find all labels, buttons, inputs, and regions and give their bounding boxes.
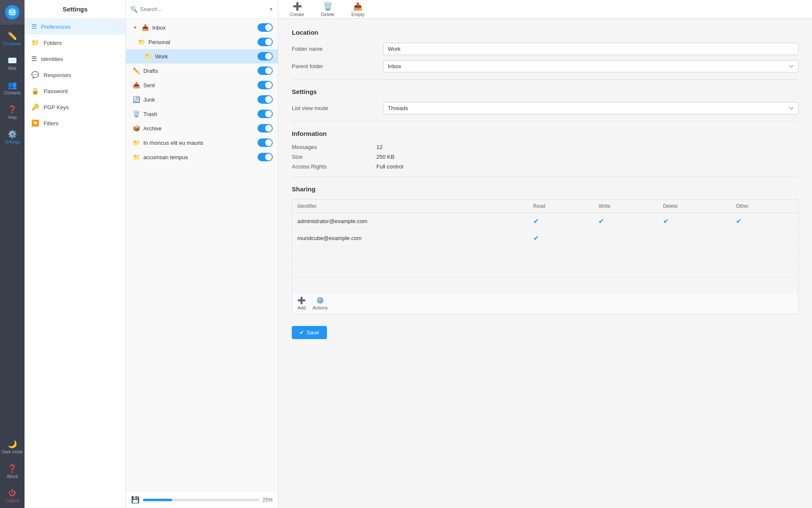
logout-icon: ⏻ [8, 489, 16, 497]
folder-name-drafts: Drafts [143, 68, 254, 74]
folder-footer: 💾 25% [126, 491, 278, 508]
save-button[interactable]: ✔ Save [292, 326, 327, 339]
junk-toggle[interactable] [258, 95, 273, 104]
check-admin-delete: ✔ [663, 218, 669, 225]
settings-menu-identities[interactable]: ☰ Identities [25, 51, 126, 67]
sharing-write-admin: ✔ [593, 213, 658, 230]
add-icon: ➕ [297, 296, 306, 304]
sharing-col-write: Write [593, 200, 658, 213]
nav-item-settings[interactable]: ⚙️ Settings [0, 124, 25, 149]
folder-item-work[interactable]: 📁 Work [126, 49, 278, 64]
parent-folder-select[interactable]: Inbox Personal Drafts Sent Junk Trash Ar… [383, 60, 798, 72]
size-value: 250 KB [376, 154, 395, 160]
accumsan-toggle[interactable] [258, 153, 273, 161]
sharing-row-admin[interactable]: administrator@example.com ✔ ✔ ✔ ✔ [292, 213, 798, 230]
list-view-mode-label: List view mode [292, 105, 376, 111]
delete-icon: 🗑️ [323, 2, 332, 11]
folder-name-input[interactable] [383, 43, 798, 55]
check-admin-write: ✔ [598, 218, 604, 225]
folder-name-work: Work [155, 53, 254, 60]
divider-1 [292, 79, 798, 80]
settings-menu-preferences[interactable]: ☰ Preferences [25, 19, 126, 35]
empty-button[interactable]: 📤 Empty [348, 0, 368, 19]
nav-label-mail: Mail [8, 66, 16, 71]
folder-name-archive: Archive [143, 125, 254, 132]
messages-info-row: Messages 12 [292, 144, 798, 150]
search-dropdown-icon[interactable]: ▼ [269, 6, 274, 12]
trash-toggle[interactable] [258, 110, 273, 118]
settings-menu-pgpkeys[interactable]: 🔑 PGP Keys [25, 99, 126, 115]
sharing-col-delete: Delete [658, 200, 731, 213]
settings-menu-password[interactable]: 🔒 Password [25, 83, 126, 99]
folder-item-drafts[interactable]: ✏️ Drafts [126, 64, 278, 78]
pgpkeys-icon: 🔑 [31, 103, 39, 111]
actions-button[interactable]: ⚙️ Actions [313, 296, 328, 310]
work-toggle[interactable] [258, 52, 273, 61]
search-input[interactable] [140, 6, 266, 12]
rhoncus-toggle[interactable] [258, 138, 273, 147]
personal-toggle[interactable] [258, 38, 273, 46]
create-button[interactable]: ➕ Create [287, 0, 307, 19]
personal-icon: 📁 [138, 39, 145, 45]
nav-item-contacts[interactable]: 👥 Contacts [0, 75, 25, 100]
folder-item-trash[interactable]: 🗑️ Trash [126, 107, 278, 121]
actions-label: Actions [313, 305, 328, 310]
folder-name-trash: Trash [143, 111, 254, 117]
inbox-expand-icon: ▼ [133, 25, 137, 30]
settings-menu-filters[interactable]: 🔽 Filters [25, 115, 126, 131]
settings-menu-responses[interactable]: 💬 Responses [25, 67, 126, 83]
toolbar: ➕ Create 🗑️ Delete 📤 Empty [278, 0, 812, 19]
sent-icon: 📤 [133, 82, 140, 88]
create-icon: ➕ [293, 2, 302, 11]
nav-item-logout[interactable]: ⏻ Logout [0, 483, 25, 508]
delete-label: Delete [321, 12, 335, 17]
folder-item-rhoncus[interactable]: 📁 In rhoncus elit eu mauris [126, 135, 278, 150]
settings-menu-folders[interactable]: 📁 Folders [25, 35, 126, 51]
folder-item-archive[interactable]: 📦 Archive [126, 121, 278, 135]
empty-label: Empty [351, 12, 365, 17]
add-sharing-button[interactable]: ➕ Add [297, 296, 306, 310]
access-rights-label: Access Rights [292, 163, 376, 170]
check-roundcube-read: ✔ [533, 235, 539, 242]
location-section-title: Location [292, 29, 798, 36]
nav-label-about: About [7, 474, 18, 479]
folder-item-junk[interactable]: 🔄 Junk [126, 92, 278, 107]
folder-name-personal: Personal [148, 39, 254, 45]
sharing-row-empty-2 [292, 262, 798, 277]
inbox-toggle[interactable] [258, 23, 273, 32]
darkmode-icon: 🌙 [8, 439, 17, 449]
list-view-mode-select[interactable]: Threads Messages [383, 102, 798, 114]
save-label: Save [307, 329, 319, 336]
sent-toggle[interactable] [258, 81, 273, 89]
drafts-toggle[interactable] [258, 66, 273, 75]
delete-button[interactable]: 🗑️ Delete [318, 0, 338, 19]
folder-item-accumsan[interactable]: 📁 accumsan tempus [126, 150, 278, 164]
folder-name-row: Folder name [292, 43, 798, 55]
nav-item-about[interactable]: ❓ About [0, 459, 25, 483]
contacts-icon: 👥 [8, 80, 17, 90]
nav-item-help[interactable]: ❓ Help [0, 100, 25, 124]
parent-folder-label: Parent folder [292, 63, 376, 69]
logo-circle [5, 5, 19, 19]
settings-title: Settings [25, 0, 126, 19]
archive-toggle[interactable] [258, 124, 273, 133]
nav-item-compose[interactable]: ✏️ Compose [0, 26, 25, 51]
folder-item-personal[interactable]: 📁 Personal [126, 35, 278, 49]
check-admin-other: ✔ [736, 218, 741, 225]
nav-label-settings: Settings [5, 140, 20, 144]
sharing-other-roundcube [731, 230, 798, 247]
folder-item-inbox[interactable]: ▼ 📥 Inbox [126, 20, 278, 35]
size-label: Size [292, 154, 376, 160]
access-rights-info-row: Access Rights Full control [292, 163, 798, 170]
storage-percent: 25% [263, 497, 273, 503]
sharing-row-empty-1 [292, 247, 798, 262]
sharing-actions: ➕ Add ⚙️ Actions [292, 293, 798, 314]
divider-3 [292, 177, 798, 177]
nav-item-mail[interactable]: ✉️ Mail [0, 51, 25, 75]
sharing-col-read: Read [528, 200, 594, 213]
sharing-row-roundcube[interactable]: roundcube@example.com ✔ [292, 230, 798, 247]
nav-item-darkmode[interactable]: 🌙 Dark mode [0, 434, 25, 459]
folder-name-accumsan: accumsan tempus [143, 154, 254, 160]
preferences-icon: ☰ [31, 23, 37, 30]
folder-item-sent[interactable]: 📤 Sent [126, 78, 278, 92]
